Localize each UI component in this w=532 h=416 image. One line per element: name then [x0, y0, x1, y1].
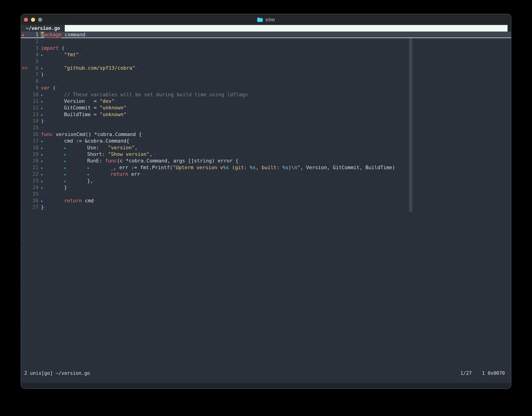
status-line-position: 1/27 — [460, 370, 472, 376]
code-text: ▸ ▸ Short: "Show version",¬ — [39, 151, 155, 158]
code-text: )¬ — [39, 118, 47, 124]
line-number: 23 — [29, 178, 39, 184]
code-line[interactable]: 24▸ }¬ — [21, 184, 511, 191]
line-number: 7 — [29, 71, 39, 78]
command-line[interactable] — [21, 377, 511, 383]
tab-indent-icon: ▸ — [41, 138, 43, 145]
eol-marker-icon: ¬ — [65, 45, 68, 51]
code-line[interactable]: 19▸ ▸ Short: "Show version",¬ — [21, 151, 511, 158]
code-line[interactable]: 14)¬ — [21, 118, 511, 124]
code-text: ▸ "github.com/spf13/cobra"¬ — [39, 65, 138, 71]
sign-column — [21, 204, 29, 210]
eol-marker-icon: ¬ — [41, 125, 44, 130]
line-number: 3 — [29, 45, 39, 51]
line-number: 17 — [29, 138, 39, 144]
tab-indent-icon: ▸ — [87, 171, 90, 178]
code-line[interactable]: 16func versionCmd() *cobra.Command {¬ — [21, 131, 511, 138]
code-line[interactable]: 13▸ BuildTime = "unknown"¬ — [21, 111, 511, 118]
sign-column — [21, 118, 29, 124]
eol-marker-icon: ¬ — [114, 98, 117, 104]
line-number: 6 — [29, 65, 39, 71]
empty-line-tilde: ~ — [21, 264, 511, 270]
code-text: ▸ ▸ ▸ return err¬ — [39, 171, 143, 177]
code-line[interactable]: 21▸ ▸ ▸ _, err := fmt.Printf("Upterm ver… — [21, 164, 511, 171]
code-line[interactable]: 18▸ ▸ Use: "version",¬ — [21, 144, 511, 151]
code-line[interactable]: 2¬ — [21, 38, 511, 45]
empty-line-tilde: ~ — [21, 323, 511, 330]
eol-marker-icon: ¬ — [85, 32, 88, 37]
code-line[interactable]: 27}¬ — [21, 204, 511, 210]
empty-line-tilde: ~ — [21, 211, 511, 217]
sign-column — [21, 45, 29, 51]
eol-marker-icon: ¬ — [56, 85, 58, 91]
eol-marker-icon: ¬ — [129, 138, 132, 144]
code-line[interactable]: 7)¬ — [21, 71, 511, 78]
empty-line-tilde: ~ — [21, 290, 511, 297]
sign-column — [21, 38, 29, 45]
tabline: ~/version.go — [21, 25, 511, 31]
empty-line-tilde: ~ — [21, 310, 511, 317]
tab-indent-icon: ▸ — [41, 92, 43, 98]
sign-column — [21, 51, 29, 58]
line-number: 18 — [29, 144, 39, 151]
code-text: ▸ // These variables will be set during … — [39, 91, 251, 98]
code-text: ▸ cmd := &cobra.Command{¬ — [39, 138, 132, 144]
code-line[interactable]: 26▸ return cmd¬ — [21, 198, 511, 204]
code-line[interactable]: 3import (¬ — [21, 45, 511, 51]
code-line[interactable]: 25¬ — [21, 191, 511, 197]
code-line[interactable]: ▲1package command¬ — [21, 31, 511, 38]
code-line[interactable]: 9var (¬ — [21, 85, 511, 91]
scrollbar-thumb[interactable] — [409, 38, 412, 212]
empty-line-tilde: ~ — [21, 284, 511, 290]
line-number: 5 — [29, 58, 39, 65]
sign-column — [21, 178, 29, 184]
code-line[interactable]: >>6▸ "github.com/spf13/cobra"¬ — [21, 65, 511, 71]
line-number: 16 — [29, 131, 39, 138]
folder-icon[interactable] — [257, 17, 263, 22]
line-number: 22 — [29, 171, 39, 177]
code-line[interactable]: 23▸ ▸ },¬ — [21, 178, 511, 184]
line-number: 27 — [29, 204, 39, 210]
line-number: 1 — [29, 31, 39, 38]
code-text: ¬ — [39, 78, 44, 85]
tab-indent-icon: ▸ — [41, 105, 43, 111]
sign-column — [21, 171, 29, 177]
line-number: 10 — [29, 91, 39, 98]
code-text: ¬ — [39, 191, 44, 197]
titlebar[interactable]: vim — [21, 14, 511, 25]
tab-indent-icon: ▸ — [41, 171, 43, 178]
eol-marker-icon: ¬ — [41, 58, 44, 64]
code-text: ▸ return cmd¬ — [39, 198, 97, 204]
sign-column — [21, 198, 29, 204]
code-line[interactable]: 22▸ ▸ ▸ return err¬ — [21, 171, 511, 177]
eol-marker-icon: ¬ — [140, 171, 143, 177]
window-title-area: vim — [21, 14, 511, 25]
line-number: 2 — [29, 38, 39, 45]
warning-icon: ▲ — [21, 31, 29, 38]
tab-indent-icon: ▸ — [41, 178, 43, 184]
code-line[interactable]: 11▸ Version = "dev"¬ — [21, 98, 511, 104]
status-file-info: 2 unix[go] ~/version.go — [21, 370, 460, 376]
code-text: ▸ GitCommit = "unknown"¬ — [39, 104, 129, 111]
eol-marker-icon: ¬ — [44, 118, 47, 124]
status-char-info: 1 0x0070 — [482, 370, 505, 376]
code-line[interactable]: 4▸ "fmt"¬ — [21, 51, 511, 58]
sign-column — [21, 184, 29, 191]
code-line[interactable]: 10▸ // These variables will be set durin… — [21, 91, 511, 98]
code-line[interactable]: 15¬ — [21, 124, 511, 131]
code-line[interactable]: 8¬ — [21, 78, 511, 85]
empty-line-tilde: ~ — [21, 237, 511, 244]
code-text: ▸ ▸ ▸ _, err := fmt.Printf("Upterm versi… — [39, 164, 398, 171]
code-line[interactable]: 20▸ ▸ RunE: func(c *cobra.Command, args … — [21, 158, 511, 164]
code-line[interactable]: 5¬ — [21, 58, 511, 65]
code-text: ▸ BuildTime = "unknown"¬ — [39, 111, 129, 118]
tab-indent-icon: ▸ — [41, 98, 43, 105]
editor-area[interactable]: ▲1package command¬2¬3import (¬4▸ "fmt"¬5… — [21, 31, 511, 370]
sign-column — [21, 104, 29, 111]
code-line[interactable]: 12▸ GitCommit = "unknown"¬ — [21, 104, 511, 111]
code-line[interactable]: 17▸ cmd := &cobra.Command{¬ — [21, 138, 511, 144]
sign-column — [21, 131, 29, 138]
tab-indent-icon: ▸ — [41, 158, 43, 164]
tab-version-go[interactable]: ~/version.go — [21, 25, 65, 31]
eol-marker-icon: ¬ — [126, 112, 129, 117]
